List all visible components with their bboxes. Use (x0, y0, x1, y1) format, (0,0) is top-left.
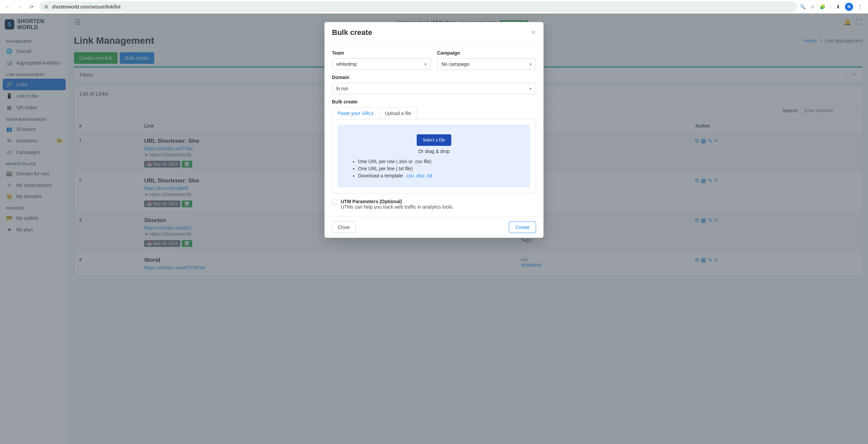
bulk-create-modal: Bulk create ✕ Team whitedmp Campaign No … (324, 22, 544, 238)
utm-section: UTM Parameters (Optional) UTMs can help … (332, 199, 536, 210)
select-file-button[interactable]: Select a file (417, 134, 451, 146)
domain-select[interactable]: ln.run (332, 83, 536, 94)
rule-2: One URL per line (.txt file) (358, 165, 524, 172)
back-button[interactable]: ← (3, 2, 12, 12)
site-info-icon[interactable]: ⚙ (44, 4, 48, 9)
utm-title: UTM Parameters (Optional) (341, 199, 454, 204)
campaign-label: Campaign (437, 50, 536, 56)
rule-1: One URL per row (.xlsx or .csv file) (358, 158, 524, 165)
tab-upload-file[interactable]: Upload a file (379, 108, 417, 119)
bulk-tabs: Paste your URLs Upload a file (332, 107, 417, 119)
drag-drop-text: Or drag & drop (344, 149, 524, 154)
downloads-icon[interactable]: ⬇ (836, 4, 840, 9)
utm-description: UTMs can help you track web traffic in a… (341, 204, 454, 210)
campaign-select[interactable]: No campaign (437, 58, 536, 70)
modal-close-footer-button[interactable]: Close (332, 221, 356, 233)
utm-checkbox[interactable] (332, 199, 337, 205)
rule-3: Download a template: .csv .xlsx .txt (358, 172, 524, 179)
url-bar[interactable]: ⚙ shortenworld.com/secure/link/list (39, 1, 797, 12)
upload-tab-panel: Select a file Or drag & drop One URL per… (332, 119, 536, 193)
template-txt-link[interactable]: .txt (426, 173, 432, 178)
kebab-menu-icon[interactable]: ⋮ (858, 4, 863, 9)
reload-button[interactable]: ⟳ (27, 2, 37, 12)
upload-dropzone[interactable]: Select a file Or drag & drop One URL per… (338, 125, 530, 188)
browser-chrome: ← → ⟳ ⚙ shortenworld.com/secure/link/lis… (0, 0, 868, 14)
zoom-icon[interactable]: 🔍 (800, 4, 806, 9)
bulk-create-label: Bulk create (332, 99, 536, 104)
modal-backdrop[interactable]: Bulk create ✕ Team whitedmp Campaign No … (0, 14, 868, 444)
separator-icon: | (830, 4, 831, 9)
team-select[interactable]: whitedmp (332, 58, 431, 70)
modal-create-button[interactable]: Create (509, 221, 536, 233)
template-xlsx-link[interactable]: .xlsx (415, 173, 425, 178)
modal-title: Bulk create (332, 28, 372, 37)
upload-rules: One URL per row (.xlsx or .csv file) One… (344, 158, 524, 179)
template-csv-link[interactable]: .csv (405, 173, 414, 178)
modal-close-button[interactable]: ✕ (531, 29, 536, 36)
tab-paste-urls[interactable]: Paste your URLs (332, 108, 379, 119)
url-text: shortenworld.com/secure/link/list (52, 4, 120, 9)
forward-button[interactable]: → (15, 2, 24, 12)
domain-label: Domain (332, 75, 536, 80)
team-label: Team (332, 50, 431, 56)
bookmark-star-icon[interactable]: ☆ (810, 4, 815, 9)
extensions-icon[interactable]: 🧩 (820, 4, 825, 9)
profile-avatar[interactable]: N (845, 3, 853, 11)
